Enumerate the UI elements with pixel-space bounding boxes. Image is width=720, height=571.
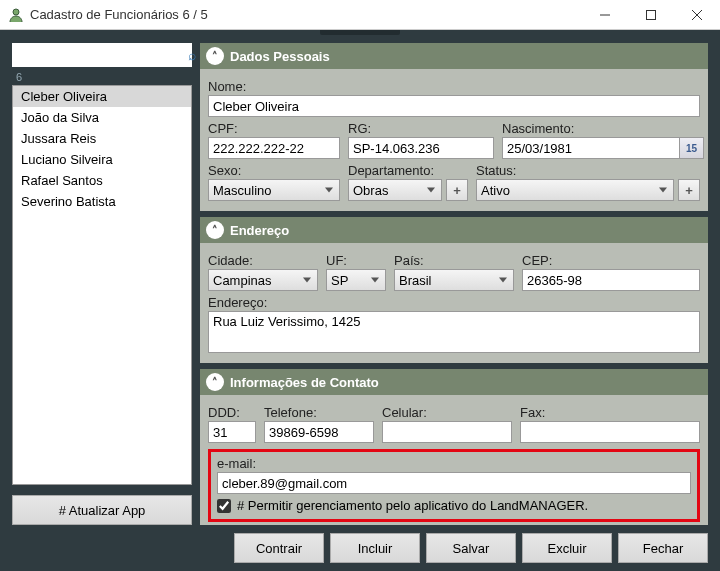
nome-field[interactable] <box>208 95 700 117</box>
label-status: Status: <box>476 163 700 178</box>
search-icon[interactable]: ⌕ <box>188 47 196 63</box>
label-pais: País: <box>394 253 514 268</box>
cep-field[interactable] <box>522 269 700 291</box>
content: ˄ Dados Pessoais Nome: CPF: RG: <box>200 43 708 525</box>
add-dept-button[interactable]: + <box>446 179 468 201</box>
label-fax: Fax: <box>520 405 700 420</box>
rg-field[interactable] <box>348 137 494 159</box>
fechar-button[interactable]: Fechar <box>618 533 708 563</box>
list-item[interactable]: Severino Batista <box>13 191 191 212</box>
celular-field[interactable] <box>382 421 512 443</box>
employee-list[interactable]: Cleber Oliveira João da Silva Jussara Re… <box>12 85 192 485</box>
label-sexo: Sexo: <box>208 163 340 178</box>
email-field[interactable] <box>217 472 691 494</box>
section-title: Endereço <box>230 223 289 238</box>
section-title: Informações de Contato <box>230 375 379 390</box>
label-rg: RG: <box>348 121 494 136</box>
maximize-button[interactable] <box>628 0 674 30</box>
label-tel: Telefone: <box>264 405 374 420</box>
label-nascimento: Nascimento: <box>502 121 704 136</box>
telefone-field[interactable] <box>264 421 374 443</box>
search-wrap: ⌕ <box>12 43 192 67</box>
label-cidade: Cidade: <box>208 253 318 268</box>
endereco-field[interactable]: Rua Luiz Verissimo, 1425 <box>208 311 700 353</box>
window-grip <box>320 30 400 35</box>
add-status-button[interactable]: + <box>678 179 700 201</box>
close-button[interactable] <box>674 0 720 30</box>
label-cep: CEP: <box>522 253 700 268</box>
window-titlebar: Cadastro de Funcionários 6 / 5 <box>0 0 720 30</box>
app-icon <box>8 7 24 23</box>
svg-rect-3 <box>647 10 656 19</box>
ddd-field[interactable] <box>208 421 256 443</box>
section-header-pessoais: ˄ Dados Pessoais <box>200 43 708 69</box>
list-item[interactable]: Cleber Oliveira <box>13 86 191 107</box>
salvar-button[interactable]: Salvar <box>426 533 516 563</box>
collapse-icon[interactable]: ˄ <box>206 47 224 65</box>
cpf-field[interactable] <box>208 137 340 159</box>
list-item[interactable]: João da Silva <box>13 107 191 128</box>
label-cel: Celular: <box>382 405 512 420</box>
calendar-icon[interactable]: 15 <box>680 137 704 159</box>
perm-checkbox[interactable] <box>217 499 231 513</box>
uf-select[interactable]: SP <box>326 269 386 291</box>
fax-field[interactable] <box>520 421 700 443</box>
excluir-button[interactable]: Excluir <box>522 533 612 563</box>
update-app-button[interactable]: # Atualizar App <box>12 495 192 525</box>
status-select[interactable]: Ativo <box>476 179 674 201</box>
label-endereco: Endereço: <box>208 295 700 310</box>
search-input[interactable] <box>12 43 188 67</box>
email-highlight-box: e-mail: # Permitir gerenciamento pelo ap… <box>208 449 700 522</box>
pais-select[interactable]: Brasil <box>394 269 514 291</box>
section-title: Dados Pessoais <box>230 49 330 64</box>
section-header-endereco: ˄ Endereço <box>200 217 708 243</box>
label-nome: Nome: <box>208 79 700 94</box>
cidade-select[interactable]: Campinas <box>208 269 318 291</box>
label-uf: UF: <box>326 253 386 268</box>
label-ddd: DDD: <box>208 405 256 420</box>
section-header-contato: ˄ Informações de Contato <box>200 369 708 395</box>
list-item[interactable]: Jussara Reis <box>13 128 191 149</box>
label-cpf: CPF: <box>208 121 340 136</box>
list-item[interactable]: Rafael Santos <box>13 170 191 191</box>
dept-select[interactable]: Obras <box>348 179 442 201</box>
sidebar: ⌕ 6 Cleber Oliveira João da Silva Jussar… <box>12 43 192 525</box>
collapse-icon[interactable]: ˄ <box>206 373 224 391</box>
footer: Contrair Incluir Salvar Excluir Fechar <box>12 525 708 563</box>
list-item[interactable]: Luciano Silveira <box>13 149 191 170</box>
incluir-button[interactable]: Incluir <box>330 533 420 563</box>
perm-label: # Permitir gerenciamento pelo aplicativo… <box>237 498 588 513</box>
label-dept: Departamento: <box>348 163 468 178</box>
sexo-select[interactable]: Masculino <box>208 179 340 201</box>
contrair-button[interactable]: Contrair <box>234 533 324 563</box>
collapse-icon[interactable]: ˄ <box>206 221 224 239</box>
label-email: e-mail: <box>217 456 691 471</box>
window-title: Cadastro de Funcionários 6 / 5 <box>30 7 582 22</box>
nascimento-field[interactable] <box>502 137 680 159</box>
result-count: 6 <box>12 67 192 85</box>
minimize-button[interactable] <box>582 0 628 30</box>
